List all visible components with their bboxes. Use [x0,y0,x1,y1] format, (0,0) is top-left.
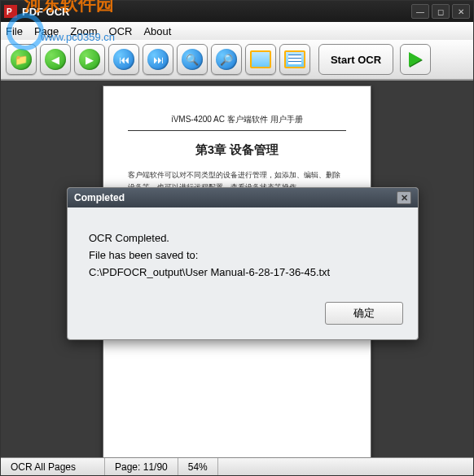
arrow-right-big-icon [409,52,422,67]
image-icon [250,50,271,68]
title-bar: P PDF OCR — ◻ ✕ [1,1,473,22]
maximize-button[interactable]: ◻ [432,4,450,19]
status-page: Page: 11/90 [105,458,178,475]
menu-bar: File Page Zoom OCR About [1,22,473,40]
arrow-right-icon: ▶ [79,49,100,70]
dialog-line2: File has been saved to: [89,247,397,264]
skip-last-icon: ⏭ [147,49,169,70]
status-all-pages[interactable]: OCR All Pages [1,458,105,475]
dialog-titlebar: Completed ✕ [68,188,418,207]
close-button[interactable]: ✕ [452,4,470,19]
status-page-value: 11/90 [143,461,168,473]
dialog-footer: 确定 [68,295,418,339]
next-page-button[interactable]: ▶ [74,44,105,75]
zoom-out-button[interactable]: 🔎 [211,44,242,75]
doc-header: iVMS-4200 AC 客户端软件 用户手册 [128,114,346,125]
menu-about[interactable]: About [143,25,171,37]
image-button[interactable] [245,44,276,75]
zoom-in-icon: 🔍 [182,49,203,70]
last-page-button[interactable]: ⏭ [143,44,173,75]
minimize-button[interactable]: — [411,4,429,19]
start-ocr-button[interactable]: Start OCR [318,44,393,75]
open-button[interactable]: 📁 [6,44,37,75]
zoom-out-icon: 🔎 [216,49,237,70]
window-controls: — ◻ ✕ [411,4,470,19]
prev-page-button[interactable]: ◀ [40,44,71,75]
first-page-button[interactable]: ⏮ [108,44,139,75]
dialog-line1: OCR Completed. [89,230,397,247]
arrow-left-icon: ◀ [45,49,66,70]
toolbar: 📁 ◀ ▶ ⏮ ⏭ 🔍 🔎 Start OCR [1,40,473,81]
menu-zoom[interactable]: Zoom [70,25,97,37]
document-icon [284,50,305,68]
dialog-body: OCR Completed. File has been saved to: C… [68,207,418,295]
doc-rule [128,130,346,131]
dialog-close-button[interactable]: ✕ [397,191,411,204]
dialog-title: Completed [74,192,125,203]
skip-first-icon: ⏮ [113,49,134,70]
status-bar: OCR All Pages Page: 11/90 54% [1,457,473,475]
menu-ocr[interactable]: OCR [109,25,133,37]
menu-page[interactable]: Page [34,25,59,37]
folder-open-icon: 📁 [11,49,32,70]
dialog-ok-button[interactable]: 确定 [325,302,403,325]
zoom-in-button[interactable]: 🔍 [177,44,208,75]
menu-file[interactable]: File [6,25,23,37]
window-title: PDF OCR [22,6,411,18]
svg-text:P: P [7,7,12,16]
document-button[interactable] [279,44,310,75]
status-page-label: Page: [115,461,140,473]
dialog-line3: C:\PDFOCR_output\User Manual-6-28-17-36-… [89,264,397,282]
doc-chapter: 第3章 设备管理 [128,142,346,158]
completed-dialog: Completed ✕ OCR Completed. File has been… [67,187,419,340]
go-button[interactable] [400,44,431,75]
app-icon: P [4,5,17,18]
status-zoom: 54% [178,458,218,475]
